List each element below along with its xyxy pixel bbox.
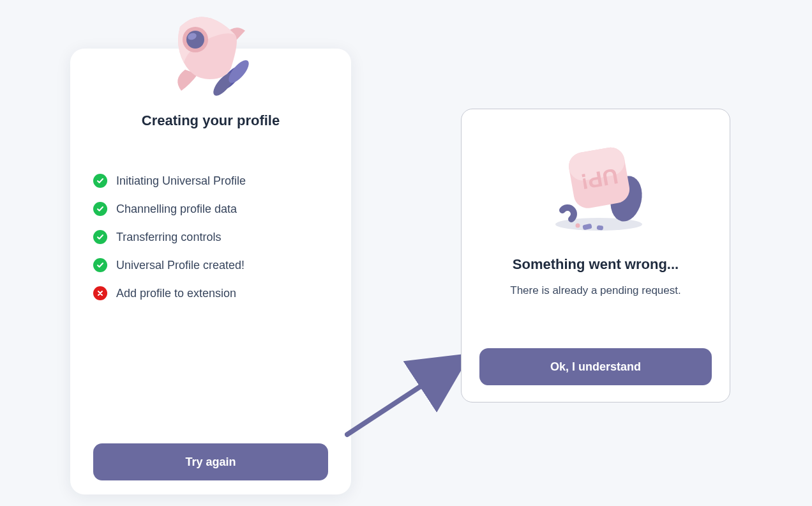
error-title: Something went wrong... bbox=[513, 256, 679, 273]
svg-point-4 bbox=[186, 31, 204, 49]
profile-creation-title: Creating your profile bbox=[93, 112, 328, 129]
arrow-icon bbox=[345, 350, 472, 440]
step-row: Channelling profile data bbox=[93, 202, 328, 216]
step-label: Initiating Universal Profile bbox=[116, 174, 246, 188]
svg-point-5 bbox=[187, 32, 198, 41]
check-icon bbox=[93, 258, 107, 272]
step-label: Add profile to extension bbox=[116, 287, 236, 300]
cross-icon bbox=[93, 286, 107, 300]
check-icon bbox=[93, 174, 107, 188]
step-row: Transferring controls bbox=[93, 230, 328, 244]
try-again-button[interactable]: Try again bbox=[93, 443, 328, 480]
svg-point-13 bbox=[576, 224, 580, 228]
profile-creation-card: Creating your profile Initiating Univers… bbox=[70, 49, 351, 494]
step-label: Channelling profile data bbox=[116, 203, 237, 216]
profile-steps-list: Initiating Universal Profile Channelling… bbox=[93, 174, 328, 300]
check-icon bbox=[93, 202, 107, 216]
error-card: UP! Something went wrong... There is alr… bbox=[461, 109, 730, 402]
step-label: Universal Profile created! bbox=[116, 259, 244, 272]
step-row: Add profile to extension bbox=[93, 286, 328, 300]
check-icon bbox=[93, 230, 107, 244]
error-block-icon: UP! bbox=[538, 128, 653, 237]
ok-understand-button[interactable]: Ok, I understand bbox=[479, 348, 712, 385]
step-row: Initiating Universal Profile bbox=[93, 174, 328, 188]
step-row: Universal Profile created! bbox=[93, 258, 328, 272]
step-label: Transferring controls bbox=[116, 231, 221, 244]
error-message: There is already a pending request. bbox=[510, 284, 680, 297]
